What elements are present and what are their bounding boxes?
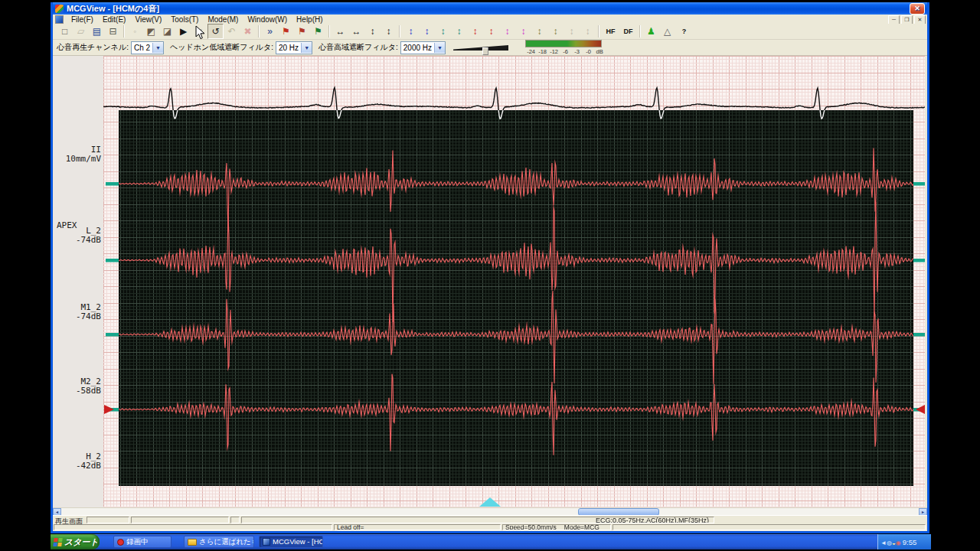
df-filter-button[interactable]: DF bbox=[619, 24, 637, 39]
menu-file[interactable]: File(F) bbox=[67, 15, 98, 24]
taskbar-task-1[interactable]: 録画中 bbox=[113, 536, 172, 548]
gain-up-ch4-button[interactable]: ↕ bbox=[499, 24, 515, 39]
ecg-scale-label: 10mm/mV bbox=[53, 155, 101, 164]
start-label: スタート bbox=[64, 536, 99, 548]
level-meter-ticks: -24-18-12-6-3-0dB bbox=[525, 48, 605, 55]
status-panel bbox=[612, 524, 926, 530]
folder-icon bbox=[188, 539, 197, 546]
toolbar-separator bbox=[598, 25, 599, 37]
toolbar-separator bbox=[639, 25, 641, 37]
gain-down-ch4-button[interactable]: ↕ bbox=[515, 24, 531, 39]
meter-tick: -18 bbox=[537, 48, 548, 55]
gain-down-ch1-button[interactable]: ↕ bbox=[419, 24, 435, 39]
loop-playback-button[interactable]: ↺ bbox=[207, 24, 224, 39]
expand-horizontal-button[interactable]: ↔ bbox=[332, 24, 348, 39]
expand-vertical-button[interactable]: ↕ bbox=[364, 24, 381, 39]
gain-up-ch1-button[interactable]: ↕ bbox=[403, 24, 419, 39]
flag-end-button[interactable]: ⚑ bbox=[310, 24, 326, 39]
save-file-button[interactable]: ▤ bbox=[89, 24, 105, 39]
taskbar-task-3[interactable]: MCGView - [HCMの.. bbox=[259, 536, 323, 548]
ecg-filter-text: ECG:0.05-75Hz,AC(60Hz),MF(35Hz) bbox=[596, 517, 709, 523]
play-button[interactable]: ▶ bbox=[175, 24, 191, 39]
volume-slider[interactable] bbox=[453, 41, 516, 54]
lead-off-panel: Lead off= bbox=[334, 524, 501, 530]
gain-down-ch2-button[interactable]: ↕ bbox=[451, 24, 467, 39]
lowcut-value: 20 Hz bbox=[276, 44, 301, 52]
start-button[interactable]: スタート bbox=[51, 534, 100, 549]
menu-mode[interactable]: Mode(M) bbox=[203, 15, 243, 24]
tray-icon-4[interactable]: ◉ bbox=[896, 540, 901, 546]
angle-tool-button[interactable]: △ bbox=[659, 24, 675, 39]
title-bar[interactable]: MCGView - [HCMの4音] ✕ bbox=[53, 2, 927, 15]
system-tray: ◄◍◒◉ 9:55 bbox=[877, 534, 931, 549]
volume-slider-thumb[interactable] bbox=[482, 47, 488, 55]
tray-icon-2[interactable]: ◍ bbox=[887, 540, 892, 546]
highcut-value: 2000 Hz bbox=[401, 44, 434, 52]
flag-start-button[interactable]: ⚑ bbox=[294, 24, 310, 39]
meter-tick: -12 bbox=[548, 48, 560, 55]
mode-text: Mode=MCG bbox=[564, 524, 599, 530]
menu-help[interactable]: Help(H) bbox=[292, 15, 327, 24]
toolbar: □▱▤⊟◦◩◪▶■↺↶✖»⚑⚑⚑↔↔↕↕↕↕↕↕↕↕↕↕↕↕↕↕HFDF♟△? bbox=[53, 24, 927, 40]
export-button: ◦ bbox=[127, 24, 143, 39]
playback-position-marker[interactable] bbox=[479, 497, 501, 507]
task-label: さらに選ばれたもの bbox=[199, 537, 254, 547]
channel-value: Ch 2 bbox=[132, 44, 152, 52]
waveform-canvas[interactable] bbox=[103, 56, 925, 507]
highcut-label: 心音高域遮断フィルタ: bbox=[318, 42, 398, 53]
menu-items: File(F)Edit(E)View(V)Tools(T)Mode(M)Wind… bbox=[67, 15, 328, 24]
gain-down-ch3-button[interactable]: ↕ bbox=[483, 24, 499, 39]
patient-info-button[interactable]: ♟ bbox=[643, 24, 659, 39]
status-panel bbox=[87, 517, 129, 523]
compress-horizontal-button[interactable]: ↔ bbox=[348, 24, 364, 39]
audio-input-button[interactable]: ◪ bbox=[159, 24, 175, 39]
channel-select[interactable]: Ch 2 ▼ bbox=[131, 41, 164, 54]
context-help-button[interactable]: ? bbox=[675, 24, 693, 39]
filter-bar: 心音再生チャンネル: Ch 2 ▼ ヘッドホン低域遮断フィルタ: 20 Hz ▼… bbox=[53, 40, 927, 56]
meter-unit: dB bbox=[594, 48, 605, 55]
tray-icon-1[interactable]: ◄ bbox=[880, 540, 887, 546]
menu-tools[interactable]: Tools(T) bbox=[166, 15, 203, 24]
close-button[interactable]: ✕ bbox=[910, 3, 925, 15]
audio-output-button[interactable]: ◩ bbox=[143, 24, 159, 39]
compress-vertical-button[interactable]: ↕ bbox=[381, 24, 397, 39]
chevron-down-icon[interactable]: ▼ bbox=[152, 43, 163, 53]
toolbar-separator bbox=[258, 25, 260, 37]
status-bar-lower: Lead off= Speed=50.0mm/s Mode=MCG bbox=[53, 524, 927, 531]
chevron-down-icon[interactable]: ▼ bbox=[434, 43, 445, 53]
task-label: 録画中 bbox=[126, 537, 149, 547]
windows-logo-icon bbox=[53, 538, 63, 546]
menu-view[interactable]: View(V) bbox=[130, 15, 166, 24]
lead-off-text: Lead off= bbox=[337, 524, 364, 530]
measure-button[interactable]: » bbox=[262, 24, 278, 39]
gain-down-ch5-button[interactable]: ↕ bbox=[547, 24, 564, 39]
channel-gain-L_2: -74dB bbox=[53, 236, 101, 245]
speed-mode-panel: Speed=50.0mm/s Mode=MCG bbox=[502, 524, 611, 530]
menu-window[interactable]: Window(W) bbox=[243, 15, 292, 24]
lowcut-select[interactable]: 20 Hz ▼ bbox=[276, 41, 312, 54]
new-file-button[interactable]: □ bbox=[57, 24, 73, 39]
toolbar-separator bbox=[399, 25, 400, 37]
gain-up-ch3-button[interactable]: ↕ bbox=[467, 24, 483, 39]
channel-label-gutter: II 10mm/mV APEX L_2-74dBM1_2-74dBM2_2-58… bbox=[53, 56, 103, 507]
highcut-select[interactable]: 2000 Hz ▼ bbox=[400, 41, 446, 54]
meter-tick: -24 bbox=[525, 48, 537, 55]
screen: MCGView - [HCMの4音] ✕ File(F)Edit(E)View(… bbox=[0, 0, 980, 551]
app-window: MCGView - [HCMの4音] ✕ File(F)Edit(E)View(… bbox=[51, 2, 929, 533]
gain-up-ch2-button[interactable]: ↕ bbox=[435, 24, 451, 39]
menu-edit[interactable]: Edit(E) bbox=[98, 15, 131, 24]
clear-marks-button: ✖ bbox=[240, 24, 256, 39]
hf-filter-button[interactable]: HF bbox=[602, 24, 619, 39]
level-meter-bar bbox=[525, 40, 602, 47]
clock[interactable]: 9:55 bbox=[903, 538, 917, 546]
meter-tick: -3 bbox=[571, 48, 583, 55]
print-button[interactable]: ⊟ bbox=[105, 24, 121, 39]
chevron-down-icon[interactable]: ▼ bbox=[301, 43, 312, 53]
gain-up-ch6-button: ↕ bbox=[564, 24, 580, 39]
lowcut-label: ヘッドホン低域遮断フィルタ: bbox=[170, 42, 273, 53]
flag-set-button[interactable]: ⚑ bbox=[278, 24, 294, 39]
record-icon bbox=[117, 539, 124, 546]
gain-up-ch5-button[interactable]: ↕ bbox=[531, 24, 547, 39]
taskbar-task-2[interactable]: さらに選ばれたもの bbox=[184, 536, 254, 548]
level-meter: -24-18-12-6-3-0dB bbox=[525, 40, 605, 55]
